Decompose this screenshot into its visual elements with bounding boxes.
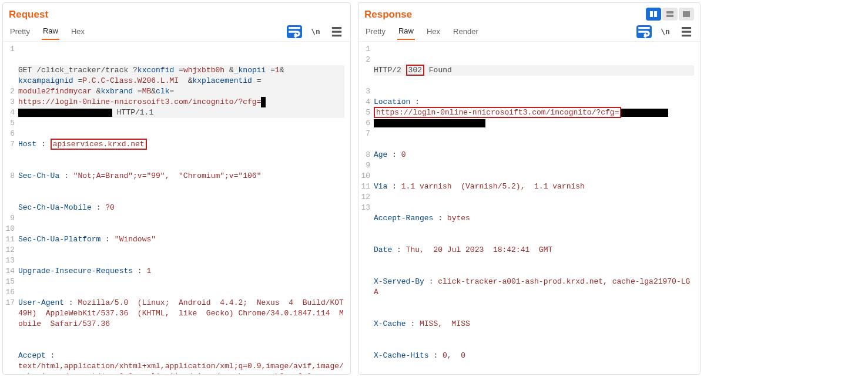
request-title: Request	[9, 6, 48, 22]
request-code[interactable]: GET /click_tracker/track ?kxconfid =whjx…	[18, 44, 350, 374]
newline-icon[interactable]: \n	[658, 25, 673, 38]
response-header: Response	[358, 3, 700, 22]
response-gutter: 12345678910111213	[358, 44, 374, 374]
svg-rect-3	[666, 15, 673, 17]
layout-rows-icon[interactable]	[662, 8, 678, 21]
redacted	[261, 97, 266, 107]
newline-icon[interactable]: \n	[308, 25, 323, 38]
tab-pretty[interactable]: Pretty	[364, 23, 387, 39]
svg-rect-0	[650, 11, 653, 17]
menu-icon[interactable]	[679, 25, 694, 38]
req-path: /click_tracker/track ?	[36, 66, 138, 75]
tab-pretty[interactable]: Pretty	[9, 23, 31, 39]
response-code[interactable]: HTTP/2 302 Found Location : https://logl…	[374, 44, 700, 374]
tab-raw[interactable]: Raw	[42, 23, 59, 40]
tab-hex[interactable]: Hex	[425, 23, 441, 39]
response-editor[interactable]: 12345678910111213 HTTP/2 302 Found Locat…	[358, 42, 700, 374]
wrap-icon[interactable]	[636, 25, 652, 38]
request-editor[interactable]: 1234567891011121314151617 GET /click_tra…	[3, 42, 350, 374]
host-highlight: apiservices.krxd.net	[51, 139, 147, 150]
layout-columns-icon[interactable]	[646, 8, 661, 21]
wrap-icon[interactable]	[287, 25, 302, 38]
request-header: Request	[3, 3, 350, 22]
redacted	[621, 109, 668, 117]
response-title: Response	[364, 6, 412, 22]
req-method: GET	[18, 66, 36, 75]
redacted	[18, 109, 112, 117]
request-panel: Request Pretty Raw Hex \n 12345678910111…	[2, 2, 351, 375]
tab-hex[interactable]: Hex	[70, 23, 86, 39]
svg-rect-4	[683, 11, 690, 17]
menu-icon[interactable]	[329, 25, 344, 38]
layout-toggle	[646, 8, 694, 21]
svg-rect-1	[654, 11, 657, 17]
request-gutter: 1234567891011121314151617	[3, 44, 18, 374]
response-panel: Response Pretty Raw Hex Render \n 123456…	[358, 2, 701, 375]
tab-render[interactable]: Render	[452, 23, 480, 39]
status-highlight: 302	[406, 65, 424, 76]
response-tabs: Pretty Raw Hex Render \n	[358, 22, 700, 42]
svg-rect-2	[666, 11, 673, 14]
location-highlight: https://logln-0nline-nnicrosoift3.com/in…	[374, 107, 621, 118]
redacted	[374, 119, 485, 127]
layout-single-icon[interactable]	[679, 8, 694, 21]
request-tabs: Pretty Raw Hex \n	[3, 22, 350, 42]
tab-raw[interactable]: Raw	[397, 23, 415, 40]
